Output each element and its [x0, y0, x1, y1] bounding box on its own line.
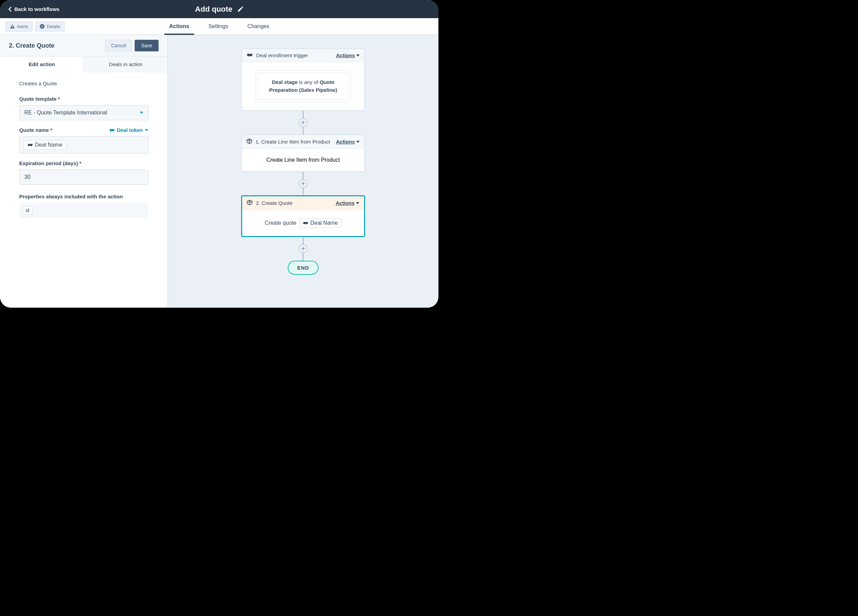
node-header: Deal enrollment trigger Actions [242, 49, 364, 62]
tab-settings[interactable]: Settings [208, 18, 228, 34]
trigger-condition: Deal stage is any of Quote Preparation (… [258, 73, 349, 100]
handshake-icon [247, 53, 253, 58]
trigger-middle: is any of [298, 79, 320, 85]
node-create-quote[interactable]: 2. Create Quote Actions Create quote [241, 196, 365, 237]
connector-line [303, 172, 303, 179]
expiration-label: Expiration period (days) * [19, 160, 148, 166]
node-header: 1. Create Line Item from Product Actions [242, 135, 364, 149]
connector-line [303, 237, 303, 244]
cube-icon [247, 200, 252, 206]
back-label: Back to workflows [14, 6, 60, 12]
save-button[interactable]: Save [135, 40, 159, 51]
action-description: Creates a Quote [19, 81, 148, 86]
deal-token-text: Deal token [117, 127, 143, 133]
tab-actions[interactable]: Actions [169, 18, 190, 34]
info-icon [40, 24, 45, 29]
node-header-left: 2. Create Quote [247, 200, 292, 206]
handshake-icon [303, 221, 308, 225]
quote-name-label: Quote name * [19, 127, 53, 133]
node1-body: Create Line Item from Product [242, 149, 364, 171]
panel-tab-deals-in-action[interactable]: Deals in action [84, 56, 168, 72]
node-header: 2. Create Quote Actions [242, 196, 364, 210]
sub-nav: Alerts Details Actions Settings Changes [0, 18, 438, 35]
node-header-left: Deal enrollment trigger [247, 53, 308, 58]
actions-label: Actions [336, 200, 354, 206]
panel-title: 2. Create Quote [9, 42, 54, 49]
quote-template-label: Quote template * [19, 96, 148, 102]
pill-label: Deal Name [310, 220, 338, 226]
trigger-prop: Deal stage [272, 79, 298, 85]
trigger-actions-menu[interactable]: Actions [336, 53, 360, 58]
connector-line [303, 253, 303, 261]
node1-actions-menu[interactable]: Actions [336, 139, 360, 145]
handshake-icon [27, 143, 33, 147]
deal-name-pill[interactable]: Deal Name [23, 140, 66, 150]
left-tools: Alerts Details [0, 22, 65, 31]
node-create-line-item[interactable]: 1. Create Line Item from Product Actions… [241, 135, 365, 172]
caret-down-icon [356, 202, 359, 204]
expiration-input[interactable] [19, 170, 148, 185]
top-bar: Back to workflows Add quote [0, 0, 438, 18]
workflow-canvas[interactable]: Deal enrollment trigger Actions Deal sta… [168, 35, 438, 308]
pill-label: Deal Name [35, 142, 62, 148]
caret-down-icon [356, 54, 360, 56]
add-step-button[interactable]: + [298, 118, 308, 127]
quote-template-select[interactable]: RE - Quote Template International [19, 105, 148, 120]
quote-name-row: Quote name * Deal token [19, 127, 148, 133]
page-title: Add quote [195, 5, 233, 14]
handshake-icon [109, 128, 115, 132]
actions-label: Actions [336, 139, 355, 145]
caret-down-icon [145, 129, 148, 131]
quote-name-input[interactable]: Deal Name [19, 136, 148, 154]
app-window: Back to workflows Add quote Alerts Detai… [0, 0, 438, 308]
cancel-button[interactable]: Cancel [105, 40, 132, 51]
side-panel: 2. Create Quote Cancel Save Edit action … [0, 35, 168, 308]
connector-line [303, 110, 303, 118]
add-step-button[interactable]: + [298, 244, 308, 253]
pencil-icon[interactable] [237, 6, 243, 12]
main: 2. Create Quote Cancel Save Edit action … [0, 35, 438, 308]
trigger-node[interactable]: Deal enrollment trigger Actions Deal sta… [241, 49, 365, 110]
panel-header: 2. Create Quote Cancel Save [0, 35, 168, 56]
node1-body-text: Create Line Item from Product [266, 157, 340, 163]
trigger-box: Deal stage is any of Quote Preparation (… [255, 70, 351, 102]
title-wrap: Add quote [195, 5, 244, 14]
svg-rect-4 [42, 25, 42, 26]
trigger-title: Deal enrollment trigger [256, 53, 308, 58]
tab-changes[interactable]: Changes [247, 18, 269, 34]
svg-rect-0 [12, 26, 12, 27]
deal-name-pill: Deal Name [299, 218, 342, 228]
props-label: Properties always included with the acti… [19, 194, 148, 199]
cube-icon [247, 138, 252, 145]
svg-rect-3 [42, 26, 42, 28]
alerts-label: Alerts [17, 24, 28, 29]
node2-body-prefix: Create quote [265, 220, 297, 226]
back-to-workflows-link[interactable]: Back to workflows [8, 6, 60, 12]
quote-template-value: RE - Quote Template International [24, 110, 107, 116]
deal-token-link[interactable]: Deal token [109, 127, 148, 133]
add-step-button[interactable]: + [298, 179, 308, 188]
svg-rect-1 [12, 27, 12, 28]
caret-down-icon [356, 141, 360, 143]
node1-title: 1. Create Line Item from Product [255, 139, 330, 145]
panel-tabs: Edit action Deals in action [0, 56, 168, 72]
alert-icon [10, 24, 15, 28]
actions-label: Actions [336, 53, 355, 58]
connector-line [303, 127, 303, 135]
node-header-left: 1. Create Line Item from Product [247, 138, 330, 145]
trigger-body: Deal stage is any of Quote Preparation (… [242, 62, 364, 110]
connector-line [303, 188, 303, 196]
details-button[interactable]: Details [35, 22, 65, 31]
alerts-button[interactable]: Alerts [5, 22, 33, 31]
node2-actions-menu[interactable]: Actions [336, 200, 359, 206]
caret-down-icon [140, 112, 143, 114]
panel-tab-edit-action[interactable]: Edit action [0, 56, 84, 72]
panel-body: Creates a Quote Quote template * RE - Qu… [0, 72, 168, 226]
chevron-left-icon [8, 6, 12, 12]
details-label: Details [47, 24, 60, 29]
node2-title: 2. Create Quote [256, 200, 292, 206]
prop-chip-id: id [23, 206, 33, 215]
panel-actions: Cancel Save [105, 40, 159, 51]
center-tabs: Actions Settings Changes [169, 18, 270, 34]
end-badge: END [288, 261, 319, 275]
